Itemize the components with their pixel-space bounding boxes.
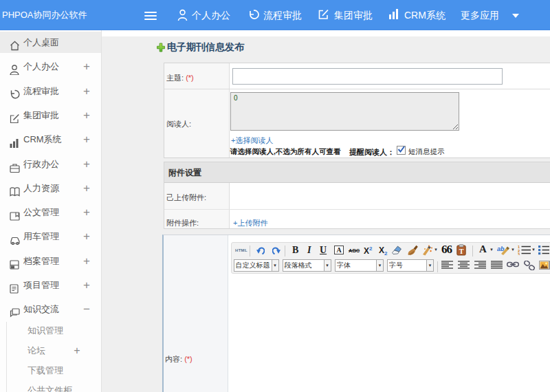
svg-text:3: 3 [518, 252, 520, 256]
svg-text:T: T [459, 248, 464, 255]
